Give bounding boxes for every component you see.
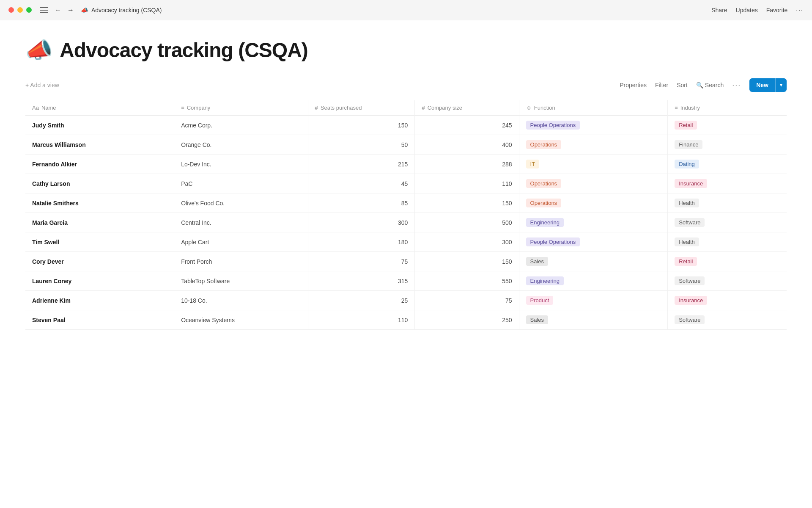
col-function[interactable]: ☺Function (519, 100, 668, 116)
industry-tag: Dating (675, 160, 699, 168)
cell-name: Cathy Larson (25, 174, 174, 193)
function-tag: Engineering (526, 276, 564, 285)
col-seats[interactable]: #Seats purchased (308, 100, 415, 116)
cell-industry: Finance (668, 135, 787, 155)
cell-companysize: 400 (415, 135, 519, 155)
function-tag: Sales (526, 315, 549, 324)
add-view-button[interactable]: + Add a view (25, 79, 59, 91)
nav-arrows: ← → (53, 6, 76, 15)
toolbar-actions: Properties Filter Sort 🔍 Search ··· New … (620, 78, 787, 92)
industry-tag: Finance (675, 140, 702, 149)
cell-industry: Software (668, 213, 787, 232)
search-icon: 🔍 (696, 82, 703, 88)
table-body: Judy Smith Acme Corp. 150 245 People Ope… (25, 116, 787, 330)
sort-button[interactable]: Sort (677, 82, 688, 88)
new-button-label[interactable]: New (749, 79, 775, 91)
data-table: AaName ≡Company #Seats purchased #Compan… (25, 100, 787, 330)
industry-tag: Software (675, 276, 705, 285)
fullscreen-button[interactable] (26, 7, 32, 13)
companysize-col-icon: # (422, 105, 425, 111)
table-row: Cory Dever Front Porch 75 150 Sales Reta… (25, 252, 787, 271)
titlebar-page-title: 📣 Advocacy tracking (CSQA) (81, 7, 162, 14)
cell-function: People Operations (519, 232, 668, 252)
page-emoji: 📣 (25, 37, 53, 63)
cell-industry: Health (668, 193, 787, 213)
search-label: Search (705, 82, 724, 88)
cell-seats: 85 (308, 193, 415, 213)
cell-industry: Retail (668, 252, 787, 271)
industry-tag: Software (675, 218, 705, 227)
cell-name: Marcus Williamson (25, 135, 174, 155)
col-company[interactable]: ≡Company (174, 100, 308, 116)
favorite-button[interactable]: Favorite (766, 7, 788, 14)
industry-col-icon: ≡ (675, 105, 678, 111)
page-title-section: 📣 Advocacy tracking (CSQA) (25, 37, 787, 63)
cell-company: Central Inc. (174, 213, 308, 232)
search-button[interactable]: 🔍 Search (696, 82, 724, 88)
close-button[interactable] (8, 7, 14, 13)
cell-companysize: 245 (415, 116, 519, 135)
cell-company: TableTop Software (174, 271, 308, 291)
function-tag: Operations (526, 199, 562, 207)
table-row: Judy Smith Acme Corp. 150 245 People Ope… (25, 116, 787, 135)
table-row: Tim Swell Apple Cart 180 300 People Oper… (25, 232, 787, 252)
table-row: Steven Paal Oceanview Systems 110 250 Sa… (25, 310, 787, 330)
cell-companysize: 110 (415, 174, 519, 193)
cell-company: Oceanview Systems (174, 310, 308, 330)
cell-companysize: 250 (415, 310, 519, 330)
cell-seats: 45 (308, 174, 415, 193)
cell-company: Front Porch (174, 252, 308, 271)
table-row: Fernando Alkier Lo-Dev Inc. 215 288 IT D… (25, 155, 787, 174)
share-button[interactable]: Share (711, 7, 727, 14)
titlebar-title-text: Advocacy tracking (CSQA) (91, 7, 162, 14)
cell-companysize: 500 (415, 213, 519, 232)
function-tag: Operations (526, 179, 562, 188)
cell-seats: 25 (308, 291, 415, 310)
updates-button[interactable]: Updates (736, 7, 758, 14)
table-row: Natalie Smithers Olive's Food Co. 85 150… (25, 193, 787, 213)
new-button-chevron[interactable]: ▾ (776, 79, 787, 91)
cell-seats: 75 (308, 252, 415, 271)
table-row: Lauren Coney TableTop Software 315 550 E… (25, 271, 787, 291)
forward-button[interactable]: → (66, 6, 76, 15)
industry-tag: Retail (675, 257, 697, 266)
more-options-button[interactable]: ··· (796, 7, 804, 14)
cell-companysize: 550 (415, 271, 519, 291)
cell-function: IT (519, 155, 668, 174)
cell-name: Cory Dever (25, 252, 174, 271)
col-name[interactable]: AaName (25, 100, 174, 116)
cell-function: Engineering (519, 271, 668, 291)
cell-name: Judy Smith (25, 116, 174, 135)
page-title: Advocacy tracking (CSQA) (60, 39, 308, 62)
cell-companysize: 75 (415, 291, 519, 310)
table-header: AaName ≡Company #Seats purchased #Compan… (25, 100, 787, 116)
cell-name: Steven Paal (25, 310, 174, 330)
cell-seats: 110 (308, 310, 415, 330)
industry-tag: Retail (675, 121, 697, 130)
cell-company: 10-18 Co. (174, 291, 308, 310)
cell-function: Operations (519, 174, 668, 193)
cell-industry: Dating (668, 155, 787, 174)
function-tag: Sales (526, 257, 549, 266)
hamburger-menu[interactable] (40, 7, 48, 13)
cell-industry: Health (668, 232, 787, 252)
table-row: Marcus Williamson Orange Co. 50 400 Oper… (25, 135, 787, 155)
function-tag: Operations (526, 140, 562, 149)
filter-button[interactable]: Filter (655, 82, 668, 88)
add-view-label: + Add a view (25, 82, 59, 88)
back-button[interactable]: ← (53, 6, 63, 15)
cell-company: Acme Corp. (174, 116, 308, 135)
col-industry[interactable]: ≡Industry (668, 100, 787, 116)
minimize-button[interactable] (17, 7, 23, 13)
name-col-icon: Aa (32, 105, 39, 111)
cell-seats: 180 (308, 232, 415, 252)
cell-company: PaC (174, 174, 308, 193)
new-button-group[interactable]: New ▾ (749, 78, 787, 92)
toolbar-more-button[interactable]: ··· (732, 81, 741, 90)
traffic-lights (8, 7, 32, 13)
properties-button[interactable]: Properties (620, 82, 647, 88)
toolbar: + Add a view Properties Filter Sort 🔍 Se… (25, 78, 787, 92)
cell-name: Fernando Alkier (25, 155, 174, 174)
col-companysize[interactable]: #Company size (415, 100, 519, 116)
cell-company: Apple Cart (174, 232, 308, 252)
